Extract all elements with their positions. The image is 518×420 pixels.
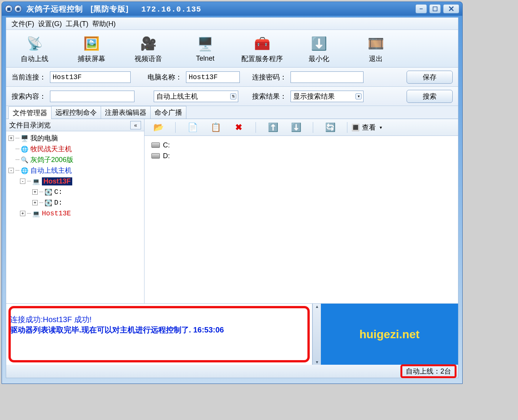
drive-icon: 💽 (44, 189, 53, 195)
brand-text: huigezi.net (359, 328, 420, 341)
node-drive-c[interactable]: C: (54, 188, 63, 196)
tab-broadcast[interactable]: 命令广播 (150, 106, 186, 119)
paste-icon[interactable]: 📋 (209, 121, 222, 134)
menu-settings[interactable]: 设置(G) (37, 18, 63, 29)
drive-row-c[interactable]: C: (151, 140, 451, 150)
tool-auto-online[interactable]: 📡自动上线 (12, 34, 58, 63)
tool-auto-online-label: 自动上线 (21, 54, 48, 63)
tool-capture[interactable]: 🖼️捕获屏幕 (68, 34, 115, 63)
tool-exit-label: 退出 (369, 54, 383, 63)
file-list[interactable]: C: D: (144, 136, 458, 303)
tool-telnet[interactable]: 🖥️Telnet (182, 35, 228, 63)
log-scrollbar[interactable]: ▴▾ (312, 304, 321, 365)
password-input[interactable] (291, 71, 364, 83)
search-result-select[interactable]: 显示搜索结果 ▾ (291, 91, 364, 102)
search-content-input[interactable] (50, 91, 134, 102)
search-row: 搜索内容： 自动上线主机 ⇅ 搜索结果： 显示搜索结果 ▾ 搜索 (6, 87, 458, 106)
expand-icon[interactable]: + (20, 211, 25, 216)
search-button[interactable]: 搜索 (407, 90, 453, 103)
chevron-down-icon: ▾ (355, 93, 362, 99)
tree-pane: 文件目录浏览 « +┈🖥️我的电脑 ┈🌐牧民战天主机 ┈🔍灰鸽子2006版 -┈… (6, 119, 144, 303)
pc-icon: 💻 (32, 178, 40, 185)
maximize-button[interactable]: ☐ (429, 4, 441, 13)
menu-tools[interactable]: 工具(T) (65, 18, 89, 29)
tool-av[interactable]: 🎥视频语音 (125, 34, 171, 63)
menubar: 文件(F) 设置(G) 工具(T) 帮助(H) (6, 18, 458, 30)
file-toolbar: 📂 📄 📋 ✖ ⬆️ ⬇️ 🔄 🔳查看▾ (144, 119, 458, 136)
tab-registry[interactable]: 注册表编辑器 (101, 106, 151, 119)
node-drive-d[interactable]: D: (54, 199, 63, 207)
app-window: ◼ ◉ 灰鸽子远程控制 [黑防专版] 172.16.0.135 – ☐ ✕ 文件… (2, 2, 463, 384)
drive-icon (151, 153, 160, 159)
tool-config[interactable]: 🧰配置服务程序 (239, 34, 285, 63)
save-button-label: 保存 (423, 73, 437, 82)
upload-icon[interactable]: ⬆️ (267, 121, 279, 134)
tab-remote-cmd[interactable]: 远程控制命令 (51, 106, 101, 119)
pc-name-label: 电脑名称： (148, 73, 182, 82)
current-connection-input[interactable] (50, 71, 131, 83)
menu-file[interactable]: 文件(F) (11, 18, 35, 29)
drive-icon (151, 142, 160, 148)
sys-icon-1[interactable]: ◼ (5, 5, 13, 13)
connection-row: 当前连接： 电脑名称： 连接密码： 保存 (6, 68, 458, 87)
drive-c-label: C: (163, 141, 170, 149)
expand-icon[interactable]: + (8, 136, 14, 141)
collapse-button[interactable]: « (130, 121, 141, 129)
title-edition: [黑防专版] (91, 5, 129, 13)
download-file-icon[interactable]: ⬇️ (290, 121, 302, 134)
download-icon: ⬇️ (310, 34, 328, 53)
brand-banner: huigezi.net (321, 304, 458, 365)
tool-exit[interactable]: 🎞️退出 (353, 34, 399, 63)
telnet-icon: 🖥️ (196, 35, 214, 53)
toolbox-icon: 🧰 (253, 34, 271, 53)
expand-icon[interactable]: + (32, 189, 38, 195)
capture-icon: 🖼️ (82, 34, 101, 53)
tree-pane-title: 文件目录浏览 (9, 121, 51, 130)
computer-icon: 🖥️ (20, 135, 29, 142)
chevron-updown-icon: ⇅ (230, 93, 236, 99)
tool-capture-label: 捕获屏幕 (78, 54, 105, 63)
globe-icon: 🌐 (20, 146, 29, 152)
exit-icon: 🎞️ (367, 34, 385, 53)
search-icon: 🔍 (20, 156, 29, 163)
delete-icon[interactable]: ✖ (232, 121, 245, 134)
tool-minimize[interactable]: ⬇️最小化 (296, 34, 342, 63)
node-group-1[interactable]: 牧民战天主机 (30, 144, 72, 154)
pc-name-input[interactable] (186, 71, 240, 83)
node-host-2[interactable]: Host13E (42, 210, 71, 217)
minimize-button[interactable]: – (415, 4, 427, 13)
status-text: 自动上线：2台 (406, 367, 451, 375)
collapse-icon[interactable]: - (20, 179, 25, 184)
search-scope-select[interactable]: 自动上线主机 ⇅ (154, 91, 238, 102)
drive-icon: 💽 (44, 199, 53, 206)
up-folder-icon[interactable]: 📂 (152, 121, 164, 134)
search-content-label: 搜索内容： (12, 92, 46, 101)
log-line-2: 驱动器列表读取完毕.现在可以对主机进行远程控制了. 16:53:06 (10, 325, 308, 335)
save-button[interactable]: 保存 (407, 71, 453, 84)
title-app: 灰鸽子远程控制 (27, 5, 83, 13)
search-button-label: 搜索 (423, 92, 437, 101)
collapse-icon[interactable]: - (8, 168, 14, 173)
titlebar: ◼ ◉ 灰鸽子远程控制 [黑防专版] 172.16.0.135 – ☐ ✕ (2, 2, 462, 16)
sys-icon-2[interactable]: ◉ (14, 5, 22, 13)
tab-file-manager[interactable]: 文件管理器 (8, 106, 51, 119)
menu-help[interactable]: 帮助(H) (91, 18, 116, 29)
node-group-2[interactable]: 灰鸽子2006版 (30, 155, 73, 164)
tool-av-label: 视频语音 (134, 54, 162, 63)
node-mypc[interactable]: 我的电脑 (30, 134, 58, 143)
copy-icon[interactable]: 📄 (186, 121, 199, 134)
current-connection-label: 当前连接： (12, 73, 46, 82)
chevron-down-icon: ▾ (380, 125, 382, 130)
node-group-3[interactable]: 自动上线主机 (30, 166, 72, 175)
close-button[interactable]: ✕ (443, 4, 459, 13)
pc-icon: 💻 (32, 210, 40, 217)
view-button[interactable]: 🔳查看▾ (347, 122, 386, 133)
drive-row-d[interactable]: D: (151, 150, 451, 161)
search-scope-value: 自动上线主机 (156, 92, 198, 101)
expand-icon[interactable]: + (32, 200, 38, 205)
grid-icon: 🔳 (351, 123, 360, 132)
node-host-1[interactable]: Host13F (42, 177, 72, 185)
file-tree[interactable]: +┈🖥️我的电脑 ┈🌐牧民战天主机 ┈🔍灰鸽子2006版 -┈🌐自动上线主机 -… (6, 131, 144, 303)
refresh-icon[interactable]: 🔄 (324, 121, 336, 134)
tool-telnet-label: Telnet (196, 55, 214, 63)
